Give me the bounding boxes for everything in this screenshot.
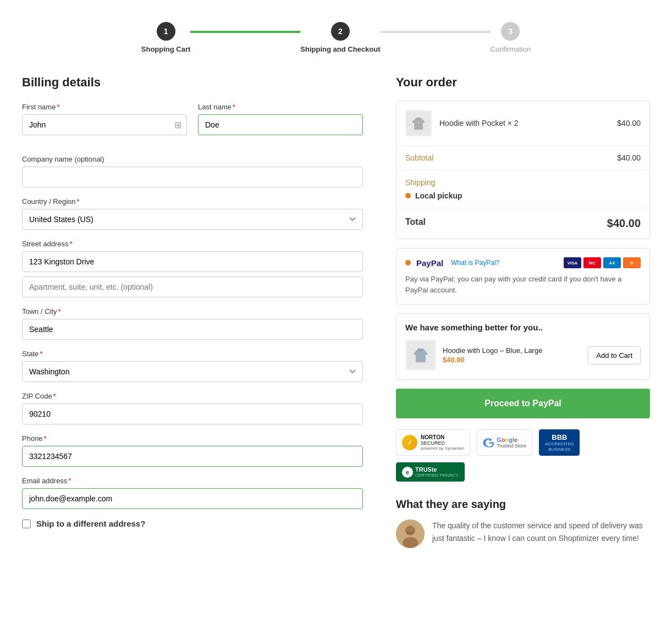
add-to-cart-button[interactable]: Add to Cart [588,346,641,364]
email-label: Email address* [22,477,363,485]
street-input[interactable] [22,251,363,272]
bbb-sub-label: ACCREDITEDBUSINESS [545,441,574,452]
step-1-label: Shopping Cart [141,45,191,53]
truste-icon: e [402,467,413,478]
zip-label: ZIP Code* [22,392,363,400]
street2-input[interactable] [22,277,363,297]
order-section: Your order Hoodie with Pocket × 2 [396,75,650,548]
truste-label: TRUSte [415,466,459,473]
city-group: Town / City* [22,307,363,340]
upsell-card: We have something better for you.. Hoodi… [396,313,650,380]
total-value: $40.00 [607,217,641,230]
norton-label: NORTON [421,434,464,440]
testimonial-section: What they are saying The quality of the … [396,498,650,548]
norton-sub-label: powered by Symantec [421,446,464,451]
zip-input[interactable] [22,404,363,424]
subtotal-value: $40.00 [617,153,641,162]
upsell-title: We have something better for you.. [405,323,641,332]
proceed-to-paypal-button[interactable]: Proceed to PayPal [396,389,650,418]
amex-logo: AX [603,257,621,268]
state-select[interactable]: Washington [22,361,363,382]
paypal-label: PayPal [416,258,443,268]
order-item-image [405,110,432,136]
order-summary-card: Hoodie with Pocket × 2 $40.00 Subtotal $… [396,101,650,239]
step-2-circle: 2 [331,22,350,41]
truste-badge: e TRUSte CERTIFIED PRIVACY [396,462,465,482]
payment-dot-icon [405,260,411,266]
city-input[interactable] [22,319,363,340]
first-name-input[interactable] [22,114,187,135]
order-subtotal-row: Subtotal $40.00 [396,146,649,170]
phone-group: Phone* [22,434,363,467]
step-line-2-3 [381,31,491,33]
google-icon [483,436,495,449]
upsell-product-info: Hoodie with Logo – Blue, Large $40.00 [443,346,581,364]
step-2-label: Shipping and Checkout [300,45,380,53]
first-name-group: First name* ⊞ [22,103,187,135]
order-item-row: Hoodie with Pocket × 2 $40.00 [396,101,649,146]
order-shipping-row: Shipping Local pickup [396,170,649,208]
upsell-item: Hoodie with Logo – Blue, Large $40.00 Ad… [405,340,641,371]
bbb-label: BBB [545,433,574,441]
payment-card: PayPal What is PayPal? VISA MC AX D Pay … [396,248,650,305]
company-input[interactable] [22,167,363,187]
upsell-product-name: Hoodie with Logo – Blue, Large [443,346,581,355]
first-name-label: First name* [22,103,187,111]
upsell-product-price: $40.00 [443,356,581,364]
google-label: Google [497,436,526,443]
last-name-label: Last name* [198,103,363,111]
google-store-label: Trusted Store [497,443,526,449]
testimonial-avatar [396,519,425,548]
payment-header: PayPal What is PayPal? VISA MC AX D [405,257,641,268]
phone-input[interactable] [22,446,363,467]
street-group: Street address* [22,240,363,297]
country-label: Country / Region* [22,197,363,206]
step-1-circle: 1 [157,22,175,41]
upsell-product-image [405,340,436,371]
shipping-label: Shipping [405,178,641,187]
google-trusted-badge: Google Trusted Store [477,429,532,456]
mastercard-logo: MC [583,257,601,268]
trust-badges: ✓ NORTON SECURED powered by Symantec [396,429,650,482]
state-label: State* [22,350,363,358]
subtotal-label: Subtotal [405,153,433,162]
zip-group: ZIP Code* [22,392,363,424]
order-item-price: $40.00 [617,119,641,128]
last-name-input[interactable] [198,114,363,135]
paypal-what-link[interactable]: What is PayPal? [451,259,499,267]
country-group: Country / Region* United States (US) [22,197,363,230]
ship-different-label: Ship to a different address? [36,519,145,528]
payment-description: Pay via PayPal; you can pay with your cr… [405,274,641,295]
step-3-circle: 3 [501,22,520,41]
ship-different-group: Ship to a different address? [22,519,363,528]
svg-point-4 [405,526,415,535]
norton-secured-label: SECURED [421,440,464,446]
step-2: 2 Shipping and Checkout [300,22,380,53]
phone-label: Phone* [22,434,363,443]
step-1: 1 Shopping Cart [141,22,191,53]
company-label: Company name (optional) [22,155,363,163]
bbb-badge: BBB ACCREDITEDBUSINESS [539,429,580,456]
norton-badge: ✓ NORTON SECURED powered by Symantec [396,429,470,456]
testimonial-item: The quality of the customer service and … [396,519,650,548]
testimonial-title: What they are saying [396,498,650,511]
total-label: Total [405,217,426,230]
step-3-label: Confirmation [491,45,531,53]
order-item-name: Hoodie with Pocket × 2 [439,119,617,128]
visa-logo: VISA [564,257,581,268]
state-group: State* Washington [22,350,363,382]
testimonial-text: The quality of the customer service and … [432,519,650,544]
email-group: Email address* [22,477,363,509]
card-logos: VISA MC AX D [564,257,641,268]
last-name-group: Last name* [198,103,363,135]
country-select[interactable]: United States (US) [22,209,363,230]
autofill-icon: ⊞ [174,120,181,130]
ship-different-checkbox[interactable] [22,519,31,528]
shipping-option: Local pickup [405,191,641,200]
street-label: Street address* [22,240,363,248]
step-line-1-2 [190,31,300,33]
city-label: Town / City* [22,307,363,316]
discover-logo: D [623,257,641,268]
email-input[interactable] [22,488,363,509]
company-group: Company name (optional) [22,155,363,187]
